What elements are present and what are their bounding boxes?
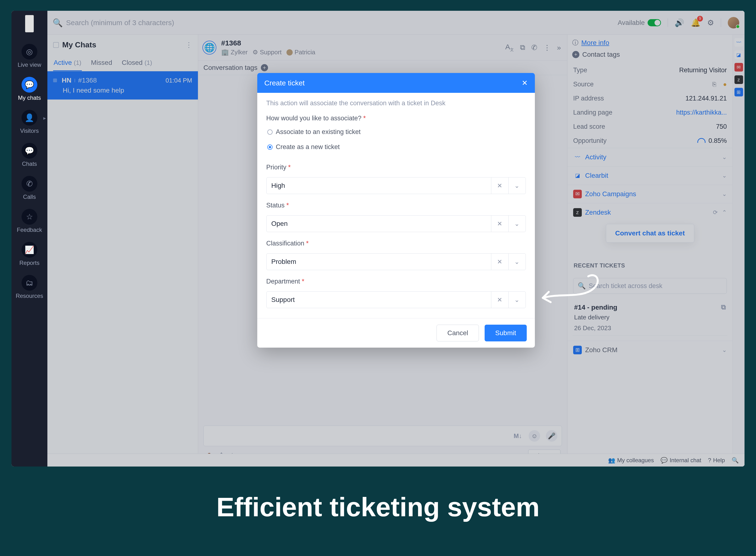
rail-reports[interactable]: 📈Reports: [11, 242, 47, 266]
clear-icon[interactable]: ✕: [491, 292, 508, 308]
priority-select[interactable]: High ✕ ⌄: [266, 177, 526, 194]
rail-feedback[interactable]: ☆Feedback: [11, 209, 47, 233]
create-ticket-modal: Create ticket ✕ This action will associa…: [257, 73, 535, 348]
radio-existing[interactable]: Associate to an existing ticket: [266, 127, 526, 137]
chevron-down-icon[interactable]: ⌄: [508, 215, 525, 232]
department-select[interactable]: Support ✕ ⌄: [266, 291, 526, 308]
left-rail: ◎Live view 💬My chats 👤Visitors▸ 💬Chats ✆…: [11, 11, 47, 466]
rail-calls[interactable]: ✆Calls: [11, 176, 47, 200]
radio-new[interactable]: Create as a new ticket: [266, 142, 526, 152]
chevron-down-icon[interactable]: ⌄: [508, 292, 525, 308]
chevron-down-icon[interactable]: ⌄: [508, 177, 525, 194]
modal-title: Create ticket: [265, 79, 305, 87]
cancel-button[interactable]: Cancel: [437, 325, 479, 341]
rail-visitors[interactable]: 👤Visitors▸: [11, 110, 47, 134]
rail-liveview[interactable]: ◎Live view: [11, 44, 47, 68]
classification-select[interactable]: Problem ✕ ⌄: [266, 253, 526, 270]
rail-mychats[interactable]: 💬My chats: [11, 77, 47, 101]
radio-icon: [267, 144, 273, 150]
radio-icon: [267, 130, 273, 135]
rail-chats[interactable]: 💬Chats: [11, 143, 47, 167]
chevron-down-icon[interactable]: ⌄: [508, 253, 525, 270]
clear-icon[interactable]: ✕: [491, 253, 508, 270]
clear-icon[interactable]: ✕: [491, 215, 508, 232]
rail-logo: [25, 15, 34, 32]
app-window: ◎Live view 💬My chats 👤Visitors▸ 💬Chats ✆…: [11, 11, 745, 466]
submit-button[interactable]: Submit: [485, 325, 526, 341]
clear-icon[interactable]: ✕: [491, 177, 508, 194]
marketing-caption: Efficient ticketing system: [0, 492, 756, 522]
close-icon[interactable]: ✕: [522, 79, 528, 87]
status-select[interactable]: Open ✕ ⌄: [266, 215, 526, 232]
rail-resources[interactable]: 🗂Resources: [11, 275, 47, 299]
modal-overlay: Create ticket ✕ This action will associa…: [47, 11, 745, 466]
main-area: 🔍 Search (minimum of 3 characters) Avail…: [47, 11, 745, 466]
modal-hint: This action will associate the conversat…: [266, 100, 526, 110]
